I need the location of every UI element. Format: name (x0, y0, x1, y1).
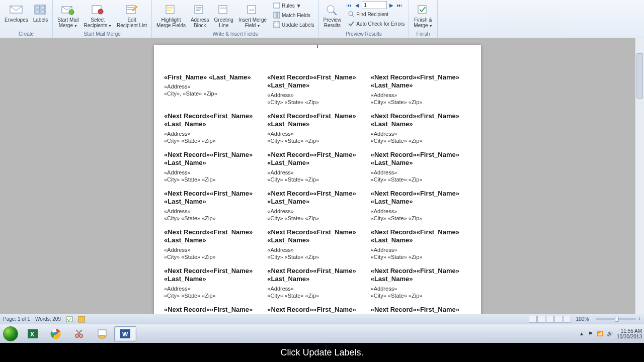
tray-up-icon[interactable]: ▲ (579, 331, 584, 336)
address-block-button[interactable]: Address Block (188, 1, 212, 30)
find-recipient-button[interactable]: Find Recipient (346, 10, 407, 19)
vertical-scrollbar[interactable] (635, 38, 644, 324)
tray-network-icon[interactable]: 📶 (597, 331, 603, 336)
label-cell[interactable]: «Next Record»«First_Name» «Last_Name»«Ad… (267, 151, 367, 190)
rules-button[interactable]: Rules▼ (271, 1, 316, 10)
svg-rect-25 (274, 12, 276, 18)
label-cell[interactable]: «Next Record»«First_Name» «Last_Name»«Ad… (267, 190, 367, 228)
view-print-layout[interactable] (529, 316, 537, 323)
view-full-screen[interactable] (537, 316, 545, 323)
ribbon-group-start-mail-merge: Start Mail Merge▼ Select Recipients▼ Edi… (53, 0, 152, 38)
greeting-line-button[interactable]: Greeting Line (212, 1, 236, 30)
last-record-button[interactable]: ⏭ (396, 2, 403, 9)
scrollbar-thumb[interactable] (636, 53, 643, 99)
label-cell[interactable]: «Next Record»«First_Name» «Last_Name»«Ad… (371, 228, 471, 267)
svg-point-9 (98, 9, 103, 14)
status-page[interactable]: Page: 1 of 1 (3, 316, 30, 322)
next-record-button[interactable]: ▶ (388, 2, 395, 9)
spelling-icon[interactable] (66, 316, 73, 323)
labels-button[interactable]: Labels (31, 1, 50, 24)
zoom-out-button[interactable]: − (591, 316, 594, 322)
label-cell[interactable]: «Next Record»«First_Name» «Last_Name»«Ad… (164, 267, 264, 306)
address-block-icon (193, 3, 207, 17)
record-number-input[interactable] (362, 1, 387, 9)
taskbar-word[interactable]: W (114, 326, 136, 341)
update-labels-icon (273, 21, 280, 28)
zoom-percent[interactable]: 100% (576, 316, 589, 322)
first-record-button[interactable]: ⏮ (346, 2, 353, 9)
tray-clock[interactable]: 11:55 AM 10/30/2013 (617, 328, 642, 339)
group-label-finish: Finish (411, 31, 435, 38)
ribbon-group-finish: Finish & Merge▼ Finish (409, 0, 437, 38)
document-page[interactable]: «First_Name» «Last_Name»«Address»«City»,… (154, 45, 481, 324)
label-cell[interactable]: «First_Name» «Last_Name»«Address»«City»,… (164, 73, 264, 112)
status-bar: Page: 1 of 1 Words: 209 100% − + (0, 314, 644, 324)
label-cell[interactable]: «Next Record»«First_Name» «Last_Name»«Ad… (164, 151, 264, 190)
match-fields-button[interactable]: Match Fields (271, 11, 316, 20)
preview-results-button[interactable]: Preview Results (321, 1, 344, 30)
envelopes-button[interactable]: Envelopes (2, 1, 31, 24)
start-mail-merge-button[interactable]: Start Mail Merge▼ (55, 1, 81, 30)
label-cell[interactable]: «Next Record»«First_Name» «Last_Name»«Ad… (164, 190, 264, 228)
view-web-layout[interactable] (546, 316, 554, 323)
macro-icon[interactable] (78, 316, 85, 323)
svg-text:W: W (122, 331, 128, 338)
label-cell[interactable]: «Next Record»«First_Name» «Last_Name»«Ad… (371, 151, 471, 190)
tray-volume-icon[interactable]: 🔊 (607, 331, 613, 336)
label-cell[interactable]: «Next Record»«First_Name» «Last_Name»«Ad… (267, 267, 367, 306)
label-cell[interactable]: «Next Record»«First_Name» «Last_Name»«Ad… (164, 112, 264, 151)
windows-taskbar: X W ▲ ⚑ 📶 🔊 11:55 AM 10/30/2013 (0, 324, 644, 343)
chevron-down-icon: ▼ (108, 24, 112, 28)
svg-rect-26 (277, 12, 280, 18)
zoom-slider-knob[interactable] (615, 317, 619, 322)
insert-field-icon: «» (246, 3, 260, 17)
select-recipients-button[interactable]: Select Recipients▼ (81, 1, 114, 30)
svg-rect-20 (219, 6, 227, 14)
edit-recipient-list-button[interactable]: Edit Recipient List (114, 1, 149, 30)
finish-merge-button[interactable]: Finish & Merge▼ (411, 1, 435, 30)
auto-check-errors-button[interactable]: Auto Check for Errors (346, 19, 407, 28)
taskbar-paint[interactable] (91, 326, 113, 341)
preview-icon (325, 3, 339, 17)
zoom-in-button[interactable]: + (638, 316, 641, 322)
video-caption: Click Update Labels. (0, 343, 644, 362)
zoom-slider[interactable] (596, 318, 636, 320)
label-cell[interactable]: «Next Record»«First_Name» «Last_Name»«Ad… (267, 228, 367, 267)
svg-rect-28 (274, 22, 276, 24)
highlight-merge-fields-button[interactable]: Highlight Merge Fields (154, 1, 188, 30)
group-label-wif: Write & Insert Fields (154, 31, 316, 38)
label-cell[interactable]: «Next Record»«First_Name» «Last_Name»«Ad… (371, 267, 471, 306)
ribbon-group-write-insert: Highlight Merge Fields Address Block Gre… (152, 0, 319, 38)
prev-record-button[interactable]: ◀ (354, 2, 361, 9)
insert-merge-field-button[interactable]: «» Insert Merge Field▼ (236, 1, 269, 30)
label-cell[interactable]: «Next Record»«First_Name» «Last_Name»«Ad… (164, 228, 264, 267)
label-cell[interactable]: «Next Record»«First_Name» «Last_Name»«Ad… (267, 73, 367, 112)
view-outline[interactable] (554, 316, 562, 323)
chevron-down-icon: ▼ (429, 24, 433, 28)
taskbar-excel[interactable]: X (22, 326, 44, 341)
taskbar-snipping[interactable] (68, 326, 90, 341)
label-cell[interactable]: «Next Record»«First_Name» «Last_Name»«Ad… (267, 112, 367, 151)
svg-rect-37 (66, 317, 72, 322)
match-fields-icon (273, 12, 280, 19)
ribbon-group-create: Envelopes Labels Create (0, 0, 53, 38)
label-cell[interactable]: «Next Record»«First_Name» «Last_Name»«Ad… (371, 190, 471, 228)
svg-rect-14 (167, 7, 173, 9)
group-label-smm: Start Mail Merge (55, 31, 149, 38)
svg-rect-2 (36, 6, 40, 9)
svg-rect-15 (167, 10, 171, 11)
taskbar-chrome[interactable] (45, 326, 67, 341)
label-cell[interactable]: «Next Record»«First_Name» «Last_Name»«Ad… (371, 112, 471, 151)
label-cell[interactable]: «Next Record»«First_Name» «Last_Name»«Ad… (371, 73, 471, 112)
svg-rect-36 (418, 6, 426, 14)
find-icon (348, 11, 355, 18)
status-words[interactable]: Words: 209 (35, 316, 61, 322)
tray-flag-icon[interactable]: ⚑ (588, 331, 593, 336)
view-draft[interactable] (563, 316, 571, 323)
svg-line-33 (333, 12, 337, 15)
svg-text:«»: «» (249, 8, 254, 13)
update-labels-button[interactable]: Update Labels (271, 20, 316, 29)
document-workspace[interactable]: «First_Name» «Last_Name»«Address»«City»,… (0, 38, 635, 324)
chevron-down-icon: ▼ (296, 3, 301, 9)
start-button[interactable] (0, 324, 21, 343)
